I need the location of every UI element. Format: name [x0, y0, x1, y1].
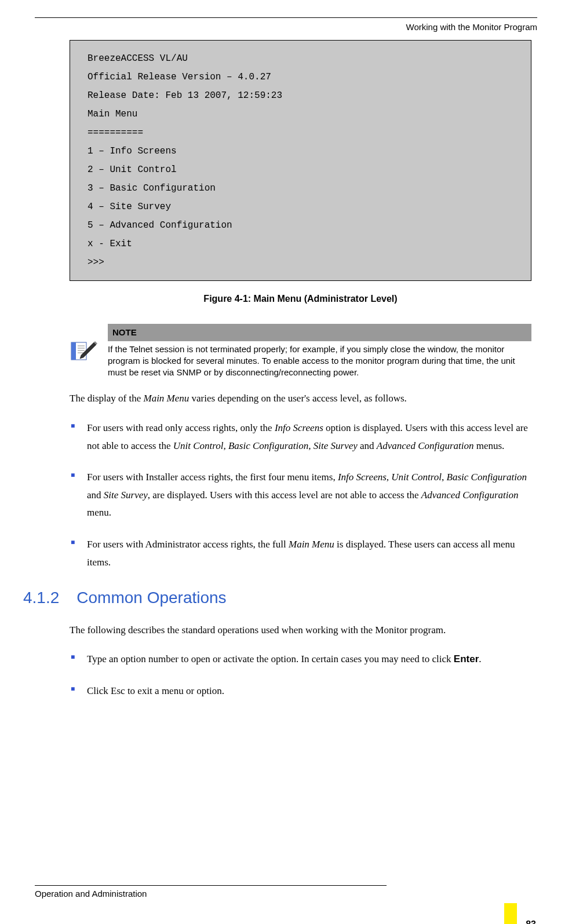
terminal-line: ==========	[88, 123, 513, 142]
list-item: For users with Installer access rights, …	[70, 469, 531, 522]
terminal-line: 3 – Basic Configuration	[88, 179, 513, 198]
page-marker	[504, 903, 517, 924]
section-title: Common Operations	[76, 585, 226, 611]
svg-rect-1	[71, 342, 76, 360]
terminal-line: 1 – Info Screens	[88, 142, 513, 160]
section-number: 4.1.2	[23, 585, 59, 611]
running-header: Working with the Monitor Program	[0, 18, 572, 40]
footer-text: Operation and Administration	[35, 887, 537, 901]
terminal-line: x - Exit	[88, 235, 513, 253]
list-item: Click Esc to exit a menu or option.	[70, 682, 531, 700]
terminal-line: 4 – Site Survey	[88, 198, 513, 216]
terminal-line: 5 – Advanced Configuration	[88, 216, 513, 235]
terminal-line: Official Release Version – 4.0.27	[88, 68, 513, 86]
section-intro: The following describes the standard ope…	[70, 622, 531, 640]
note-text: If the Telnet session is not terminated …	[108, 344, 531, 379]
terminal-line: Main Menu	[88, 105, 513, 123]
terminal-line: BreezeACCESS VL/AU	[88, 49, 513, 68]
note-label: NOTE	[108, 324, 531, 341]
operations-list: Type an option number to open or activat…	[70, 651, 531, 700]
terminal-line: Release Date: Feb 13 2007, 12:59:23	[88, 86, 513, 105]
body-intro: The display of the Main Menu varies depe…	[70, 390, 531, 408]
page-number: 83	[526, 917, 536, 924]
terminal-line: >>>	[88, 253, 513, 272]
terminal-output: BreezeACCESS VL/AUOfficial Release Versi…	[70, 40, 531, 281]
access-level-list: For users with read only access rights, …	[70, 419, 531, 571]
list-item: For users with Administrator access righ…	[70, 536, 531, 571]
list-item: Type an option number to open or activat…	[70, 651, 531, 669]
figure-caption: Figure 4-1: Main Menu (Administrator Lev…	[70, 291, 531, 306]
terminal-line: 2 – Unit Control	[88, 160, 513, 179]
list-item: For users with read only access rights, …	[70, 419, 531, 455]
note-icon	[70, 339, 97, 367]
note-block: NOTE If the Telnet session is not termin…	[70, 324, 531, 379]
